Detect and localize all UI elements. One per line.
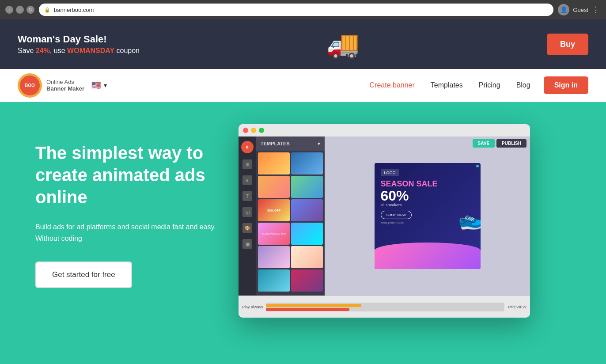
template-thumb-4[interactable] bbox=[291, 176, 323, 198]
preview-label: PREVIEW bbox=[508, 305, 526, 309]
address-bar[interactable]: 🔒 bannerboo.com bbox=[39, 4, 553, 16]
user-avatar[interactable]: 👤 bbox=[558, 4, 569, 15]
url-text: bannerboo.com bbox=[54, 7, 94, 13]
templates-chevron: ▾ bbox=[318, 141, 320, 147]
logo-line2: Banner Maker bbox=[46, 85, 84, 92]
promo-text-area: Woman's Day Sale! Save 24%, use WOMANSDA… bbox=[18, 34, 140, 55]
template-thumb-10[interactable] bbox=[291, 246, 323, 268]
maximize-dot bbox=[259, 128, 264, 133]
logo-area[interactable]: BOO Online Ads Banner Maker bbox=[18, 73, 84, 98]
hero-headline: The simplest way to create animated ads … bbox=[35, 142, 221, 208]
logo-inner: BOO bbox=[20, 76, 40, 95]
chevron-down-icon: ▾ bbox=[104, 82, 107, 89]
buy-button[interactable]: Buy bbox=[547, 34, 588, 55]
banner-title: SEASON SALE bbox=[381, 180, 474, 189]
template-thumb-1[interactable] bbox=[258, 152, 290, 174]
text-icon[interactable]: T bbox=[242, 191, 252, 201]
forward-button[interactable]: › bbox=[16, 6, 24, 14]
template-thumb-3[interactable] bbox=[258, 176, 290, 198]
hero-section: The simplest way to create animated ads … bbox=[0, 102, 606, 364]
promo-subtitle: Save 24%, use WOMANSDAY coupon bbox=[18, 47, 140, 55]
app-titlebar bbox=[239, 124, 530, 136]
app-timeline: Play always PREVIEW bbox=[239, 296, 530, 318]
timeline-bar-1 bbox=[266, 304, 361, 307]
refresh-button[interactable]: ↻ bbox=[27, 6, 34, 14]
promo-illustration: 🚚 bbox=[326, 29, 360, 60]
flag-icon: 🇺🇸 bbox=[91, 80, 101, 90]
nav-blog[interactable]: Blog bbox=[516, 81, 530, 89]
app-canvas: SAVE PUBLISH LOGO SEASON SALE 60% all sn… bbox=[325, 136, 530, 296]
logo-icon: BOO bbox=[18, 73, 42, 98]
promo-percent: 24% bbox=[36, 47, 50, 54]
play-label: Play always bbox=[242, 305, 263, 309]
back-button[interactable]: ‹ bbox=[5, 6, 13, 14]
template-thumb-7[interactable]: SEASON SALE 60% bbox=[258, 223, 290, 245]
promo-coupon: WOMANSDAY bbox=[67, 47, 114, 54]
shapes-icon[interactable]: ◱ bbox=[242, 207, 252, 217]
publish-button[interactable]: PUBLISH bbox=[496, 139, 526, 148]
app-body: B ⚙ ≡ T ◱ 🎨 ▣ TEMPLATES ▾ bbox=[239, 136, 530, 296]
template-thumb-12[interactable] bbox=[291, 269, 323, 292]
selection-handle bbox=[476, 165, 479, 167]
promo-title: Woman's Day Sale! bbox=[18, 34, 140, 45]
app-preview: B ⚙ ≡ T ◱ 🎨 ▣ TEMPLATES ▾ bbox=[239, 124, 579, 318]
guest-label: Guest bbox=[573, 7, 588, 13]
banner-shop-now[interactable]: SHOP NOW bbox=[381, 211, 412, 219]
save-button[interactable]: SAVE bbox=[473, 139, 495, 148]
nav-create-banner[interactable]: Create banner bbox=[370, 81, 415, 89]
paint-icon[interactable]: 🎨 bbox=[242, 223, 252, 233]
banner-logo: LOGO bbox=[381, 169, 399, 176]
hero-text: The simplest way to create animated ads … bbox=[35, 129, 221, 288]
template-thumb-2[interactable] bbox=[291, 152, 323, 174]
timeline-bar-2 bbox=[266, 308, 349, 311]
app-sidebar: B ⚙ ≡ T ◱ 🎨 ▣ bbox=[239, 136, 256, 296]
banner-preview: LOGO SEASON SALE 60% all sneakers SHOP N… bbox=[375, 163, 481, 269]
template-thumb-9[interactable] bbox=[258, 246, 290, 268]
close-dot bbox=[243, 128, 248, 133]
timeline-track bbox=[266, 303, 505, 311]
nav-pricing[interactable]: Pricing bbox=[479, 81, 500, 89]
logo-text: Online Ads Banner Maker bbox=[46, 79, 84, 92]
template-thumb-11[interactable] bbox=[258, 269, 290, 292]
template-thumb-6[interactable] bbox=[291, 199, 323, 221]
template-thumb-5[interactable]: 50% OFF bbox=[258, 199, 290, 221]
minimize-dot bbox=[251, 128, 256, 133]
template-thumb-8[interactable] bbox=[291, 223, 323, 245]
browser-menu-button[interactable]: ⋮ bbox=[592, 5, 601, 15]
layers-icon[interactable]: ≡ bbox=[242, 175, 252, 185]
get-started-button[interactable]: Get started for free bbox=[35, 262, 132, 288]
browser-nav-buttons: ‹ › ↻ bbox=[5, 6, 34, 14]
hero-subtext: Build ads for ad platforms and social me… bbox=[35, 221, 221, 244]
browser-chrome: ‹ › ↻ 🔒 bannerboo.com 👤 Guest ⋮ bbox=[0, 0, 606, 19]
app-templates-panel: TEMPLATES ▾ 50% OFF SEASON SALE 60% bbox=[256, 136, 325, 296]
app-logo-mini: B bbox=[241, 141, 254, 153]
sneaker-illustration: 👟 bbox=[454, 203, 480, 235]
image-icon[interactable]: ▣ bbox=[242, 239, 252, 249]
nav-links: Create banner Templates Pricing Blog bbox=[370, 81, 530, 89]
logo-line1: Online Ads bbox=[46, 79, 84, 85]
banner-sub: all sneakers bbox=[381, 203, 474, 207]
banner-percent: 60% bbox=[381, 189, 474, 203]
templates-label: TEMPLATES bbox=[261, 141, 290, 146]
promo-banner: Woman's Day Sale! Save 24%, use WOMANSDA… bbox=[0, 19, 606, 69]
settings-icon[interactable]: ⚙ bbox=[242, 159, 252, 169]
main-nav: BOO Online Ads Banner Maker 🇺🇸 ▾ Create … bbox=[0, 69, 606, 102]
templates-grid: 50% OFF SEASON SALE 60% bbox=[256, 151, 325, 293]
app-window: B ⚙ ≡ T ◱ 🎨 ▣ TEMPLATES ▾ bbox=[239, 124, 530, 318]
browser-right-controls: 👤 Guest ⋮ bbox=[558, 4, 601, 15]
lock-icon: 🔒 bbox=[44, 7, 50, 13]
language-selector[interactable]: 🇺🇸 ▾ bbox=[91, 80, 107, 90]
nav-templates[interactable]: Templates bbox=[431, 81, 463, 89]
templates-header: TEMPLATES ▾ bbox=[256, 136, 325, 151]
app-toolbar-top: SAVE PUBLISH bbox=[469, 136, 530, 150]
sign-in-button[interactable]: Sign in bbox=[544, 76, 588, 94]
banner-wave bbox=[375, 243, 481, 269]
